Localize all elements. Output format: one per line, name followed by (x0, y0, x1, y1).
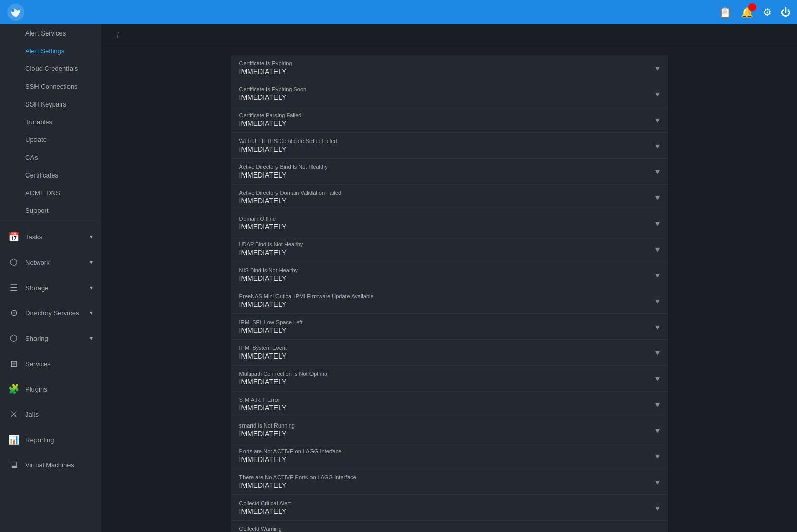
alert-label: Ports are Not ACTIVE on LAGG Interface (239, 448, 660, 454)
power-icon[interactable]: ⏻ (781, 7, 791, 18)
alert-row[interactable]: Multipath Connection Is Not OptimalIMMED… (231, 366, 668, 392)
breadcrumb: / (101, 24, 797, 47)
sidebar-nav-services[interactable]: ⊞Services (0, 351, 101, 376)
chevron-down-icon: ▾ (655, 244, 660, 254)
alert-row[interactable]: Collectd Critical AlertIMMEDIATELY▾ (231, 495, 668, 521)
tasks-icon: 📅 (8, 231, 19, 242)
sidebar-item-certificates[interactable]: Certificates (0, 166, 101, 184)
alert-label: Domain Offline (239, 216, 660, 222)
virtual-machines-icon: 🖥 (8, 459, 19, 470)
services-icon: ⊞ (8, 358, 19, 369)
sidebar-nav-jails[interactable]: ⚔Jails (0, 402, 101, 427)
alert-row[interactable]: LDAP Bind Is Not HealthyIMMEDIATELY▾ (231, 236, 668, 262)
alert-value: IMMEDIATELY (239, 300, 660, 308)
chevron-down-icon: ▾ (655, 219, 660, 228)
alert-label: Certificate Parsing Failed (239, 112, 660, 118)
nav-label: Reporting (25, 436, 54, 444)
sidebar-item-cas[interactable]: CAs (0, 149, 101, 166)
network-icon: ⬡ (8, 257, 19, 268)
nav-label: Virtual Machines (25, 461, 74, 469)
sidebar-nav-virtual-machines[interactable]: 🖥Virtual Machines (0, 452, 101, 477)
alert-value: IMMEDIATELY (239, 93, 660, 101)
alert-row[interactable]: NIS Bind Is Not HealthyIMMEDIATELY▾ (231, 262, 668, 288)
alert-label: NIS Bind Is Not Healthy (239, 267, 660, 273)
sidebar-item-alert-settings[interactable]: Alert Settings (0, 42, 101, 60)
sidebar-nav-directory-services[interactable]: ⊙Directory Services▾ (0, 300, 101, 326)
settings-icon[interactable]: ⚙ (763, 6, 772, 18)
chevron-down-icon: ▾ (655, 141, 660, 151)
chevron-down-icon: ▾ (90, 233, 93, 240)
sidebar-item-alert-services[interactable]: Alert Services (0, 24, 101, 42)
alert-label: Collectd Warning (239, 526, 660, 532)
alert-value: IMMEDIATELY (239, 171, 660, 179)
chevron-down-icon: ▾ (655, 296, 660, 306)
sidebar-item-support[interactable]: Support (0, 202, 101, 220)
alert-value: IMMEDIATELY (239, 507, 660, 515)
sidebar-nav-sharing[interactable]: ⬡Sharing▾ (0, 326, 101, 351)
chevron-down-icon: ▾ (655, 451, 660, 461)
alert-row[interactable]: Certificate Is ExpiringIMMEDIATELY▾ (231, 55, 668, 81)
sidebar-nav-reporting[interactable]: 📊Reporting (0, 427, 101, 452)
sidebar-nav-tasks[interactable]: 📅Tasks▾ (0, 224, 101, 250)
main: / Certificate Is ExpiringIMMEDIATELY▾Cer… (101, 24, 797, 532)
alert-label: Collectd Critical Alert (239, 500, 660, 506)
breadcrumb-separator: / (117, 31, 119, 40)
alert-label: Active Directory Bind Is Not Healthy (239, 164, 660, 170)
alert-row[interactable]: Active Directory Domain Validation Faile… (231, 185, 668, 210)
alert-row[interactable]: Certificate Parsing FailedIMMEDIATELY▾ (231, 107, 668, 133)
sidebar-item-tunables[interactable]: Tunables (0, 113, 101, 131)
nav-label: Services (25, 360, 51, 368)
alert-row[interactable]: S.M.A.R.T. ErrorIMMEDIATELY▾ (231, 392, 668, 417)
chevron-down-icon: ▾ (655, 89, 660, 99)
alert-row[interactable]: There are No ACTIVE Ports on LAGG Interf… (231, 469, 668, 495)
storage-icon: ☰ (8, 282, 19, 293)
sidebar-nav-plugins[interactable]: 🧩Plugins (0, 376, 101, 402)
nav-label: Jails (25, 411, 39, 418)
notes-icon[interactable]: 📋 (719, 6, 732, 18)
svg-point-1 (11, 9, 14, 12)
alert-label: IPMI SEL Low Space Left (239, 319, 660, 325)
sidebar-item-acme-dns[interactable]: ACME DNS (0, 184, 101, 202)
alert-row[interactable]: smartd Is Not RunningIMMEDIATELY▾ (231, 417, 668, 443)
alert-value: IMMEDIATELY (239, 455, 660, 464)
sidebar-item-ssh-keypairs[interactable]: SSH Keypairs (0, 95, 101, 113)
chevron-down-icon: ▾ (655, 374, 660, 383)
sidebar-item-cloud-credentials[interactable]: Cloud Credentials (0, 60, 101, 78)
chevron-down-icon: ▾ (90, 309, 93, 316)
alert-value: IMMEDIATELY (239, 430, 660, 438)
reporting-icon: 📊 (8, 434, 19, 445)
sidebar: Alert ServicesAlert SettingsCloud Creden… (0, 24, 101, 532)
chevron-down-icon: ▾ (655, 477, 660, 487)
nav-label: Tasks (25, 233, 42, 241)
sidebar-item-update[interactable]: Update (0, 131, 101, 149)
alert-row[interactable]: Domain OfflineIMMEDIATELY▾ (231, 210, 668, 236)
chevron-down-icon: ▾ (655, 193, 660, 202)
alert-row[interactable]: Certificate Is Expiring SoonIMMEDIATELY▾ (231, 81, 668, 107)
alert-label: Multipath Connection Is Not Optimal (239, 371, 660, 377)
sidebar-nav-network[interactable]: ⬡Network▾ (0, 250, 101, 275)
topbar: 📋 🔔 ⚙ ⏻ (0, 0, 797, 24)
chevron-down-icon: ▾ (655, 270, 660, 280)
plugins-icon: 🧩 (8, 383, 19, 395)
alert-value: IMMEDIATELY (239, 249, 660, 257)
notifications-icon[interactable]: 🔔 (741, 6, 753, 18)
alert-row[interactable]: Active Directory Bind Is Not HealthyIMME… (231, 159, 668, 185)
alert-row[interactable]: IPMI System EventIMMEDIATELY▾ (231, 340, 668, 366)
sidebar-item-ssh-connections[interactable]: SSH Connections (0, 78, 101, 95)
alert-label: There are No ACTIVE Ports on LAGG Interf… (239, 474, 660, 480)
chevron-down-icon: ▾ (655, 167, 660, 176)
alert-row[interactable]: Ports are Not ACTIVE on LAGG InterfaceIM… (231, 443, 668, 469)
alert-row[interactable]: FreeNAS Mini Critical IPMI Firmware Upda… (231, 288, 668, 314)
topbar-icons: 📋 🔔 ⚙ ⏻ (719, 6, 791, 18)
alert-row[interactable]: Collectd WarningIMMEDIATELY▾ (231, 521, 668, 532)
chevron-down-icon: ▾ (655, 63, 660, 73)
directory-services-icon: ⊙ (8, 307, 19, 318)
alert-label: Certificate Is Expiring Soon (239, 86, 660, 92)
freenas-logo-icon (6, 3, 25, 22)
sidebar-nav-storage[interactable]: ☰Storage▾ (0, 275, 101, 300)
nav-label: Storage (25, 284, 49, 292)
alert-label: Web UI HTTPS Certificate Setup Failed (239, 138, 660, 144)
alert-row[interactable]: IPMI SEL Low Space LeftIMMEDIATELY▾ (231, 314, 668, 340)
alert-label: LDAP Bind Is Not Healthy (239, 241, 660, 247)
alert-row[interactable]: Web UI HTTPS Certificate Setup FailedIMM… (231, 133, 668, 159)
